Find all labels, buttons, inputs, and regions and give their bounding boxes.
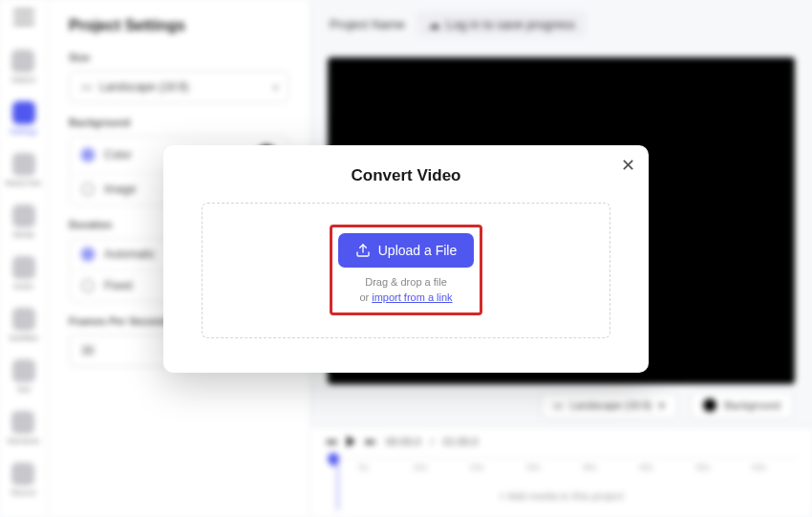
upload-dropzone[interactable]: Upload a File Drag & drop a file or impo… bbox=[202, 203, 610, 338]
modal-overlay: ✕ Convert Video Upload a File Drag & dro… bbox=[0, 0, 812, 517]
convert-video-modal: ✕ Convert Video Upload a File Drag & dro… bbox=[163, 145, 649, 373]
highlight-box: Upload a File Drag & drop a file or impo… bbox=[330, 225, 483, 315]
upload-hint: Drag & drop a file or import from a link bbox=[359, 275, 452, 305]
close-icon: ✕ bbox=[621, 156, 635, 175]
upload-file-button[interactable]: Upload a File bbox=[338, 233, 475, 268]
modal-title: Convert Video bbox=[182, 166, 630, 185]
import-link[interactable]: import from a link bbox=[372, 291, 452, 303]
upload-icon bbox=[355, 243, 371, 258]
close-button[interactable]: ✕ bbox=[621, 157, 635, 174]
